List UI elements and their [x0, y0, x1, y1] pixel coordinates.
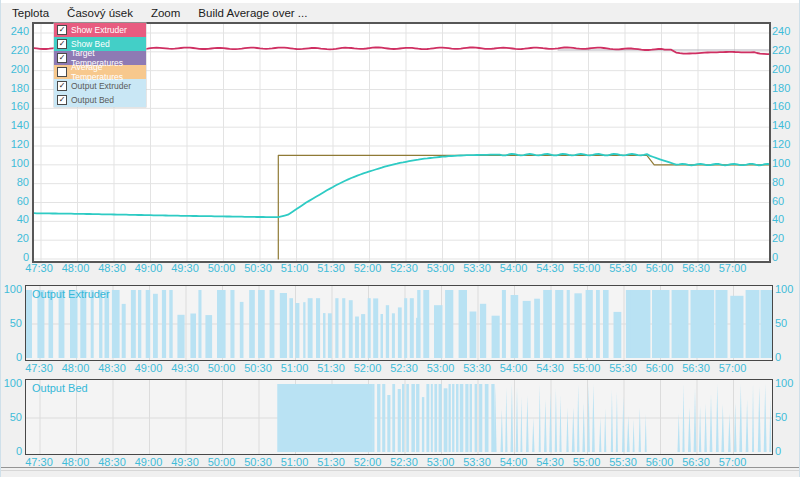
output-extruder-chart[interactable]: [25, 285, 773, 361]
x-axis-label: 52:00: [351, 362, 385, 374]
y-axis-label-right: 240: [772, 25, 800, 37]
x-axis-label: 55:00: [570, 262, 604, 274]
x-axis-label: 53:00: [424, 262, 458, 274]
x-axis-label: 53:30: [460, 456, 494, 468]
x-axis-label: 51:30: [314, 262, 348, 274]
y-axis-label-left: 240: [3, 25, 29, 37]
y-axis-label-right: 180: [772, 82, 800, 94]
temperature-curve-window: TeplotaČasový úsekZoomBuild Average over…: [0, 0, 800, 477]
x-axis-label: 48:30: [95, 262, 129, 274]
legend-item-output-bed[interactable]: ✓Output Bed: [54, 93, 146, 107]
x-axis-label: 48:00: [59, 362, 93, 374]
x-axis-label: 47:30: [22, 262, 56, 274]
x-axis-label: 49:00: [132, 362, 166, 374]
output-bed-title: Output Bed: [32, 382, 88, 394]
x-axis-label: 54:30: [533, 362, 567, 374]
legend-label: Output Extruder: [71, 81, 131, 91]
y-axis-label-right: 0: [775, 351, 799, 363]
x-axis-label: 48:00: [59, 262, 93, 274]
y-axis-label-right: 120: [772, 138, 800, 150]
x-axis-label: 51:00: [278, 362, 312, 374]
checkbox-output-bed[interactable]: ✓: [57, 95, 67, 105]
legend-label: Average Temperatures: [71, 62, 146, 82]
checkbox-show-extruder[interactable]: ✓: [57, 25, 67, 35]
x-axis-label: 50:30: [241, 456, 275, 468]
menu-bar: TeplotaČasový úsekZoomBuild Average over…: [3, 3, 316, 22]
y-axis-label-right: 100: [775, 377, 799, 389]
y-axis-label-left: 200: [3, 63, 29, 75]
menu-item-build-average-over[interactable]: Build Average over ...: [189, 5, 316, 21]
y-axis-label-right: 20: [772, 232, 800, 244]
x-axis-label: 55:00: [570, 456, 604, 468]
menu-item-zoom[interactable]: Zoom: [142, 5, 189, 21]
checkbox-average-temperatures[interactable]: [57, 67, 67, 77]
legend-item-show-extruder[interactable]: ✓Show Extruder: [54, 23, 146, 37]
x-axis-label: 47:30: [22, 362, 56, 374]
y-axis-label-right: 100: [772, 157, 800, 169]
x-axis-label: 55:00: [570, 362, 604, 374]
legend-item-average-temperatures[interactable]: Average Temperatures: [54, 65, 146, 79]
x-axis-label: 52:00: [351, 262, 385, 274]
output-extruder-canvas[interactable]: [26, 286, 772, 360]
x-axis-label: 56:30: [679, 262, 713, 274]
x-axis-label: 49:00: [132, 456, 166, 468]
x-axis-label: 57:00: [716, 362, 750, 374]
y-axis-label-right: 100: [775, 283, 799, 295]
x-axis-label: 56:00: [643, 456, 677, 468]
x-axis-label: 48:30: [95, 362, 129, 374]
y-axis-label-left: 140: [3, 119, 29, 131]
x-axis-label: 54:00: [497, 262, 531, 274]
x-axis-label: 51:30: [314, 456, 348, 468]
y-axis-label-right: 140: [772, 119, 800, 131]
output-bed-chart[interactable]: [25, 379, 773, 455]
output-bed-canvas[interactable]: [26, 380, 772, 454]
x-axis-label: 53:30: [460, 362, 494, 374]
y-axis-label-left: 0: [3, 351, 22, 363]
y-axis-label-left: 220: [3, 44, 29, 56]
x-axis-label: 55:30: [606, 362, 640, 374]
y-axis-label-left: 100: [3, 157, 29, 169]
menu-item-teplota[interactable]: Teplota: [3, 5, 58, 21]
x-axis-label: 55:30: [606, 456, 640, 468]
x-axis-label: 47:30: [22, 456, 56, 468]
legend-label: Show Extruder: [71, 25, 127, 35]
x-axis-label: 50:30: [241, 262, 275, 274]
y-axis-label-left: 50: [3, 411, 22, 423]
x-axis-label: 53:00: [424, 362, 458, 374]
output-extruder-title: Output Extruder: [32, 288, 110, 300]
x-axis-label: 52:30: [387, 456, 421, 468]
checkbox-output-extruder[interactable]: ✓: [57, 81, 67, 91]
y-axis-label-left: 0: [3, 445, 22, 457]
x-axis-label: 51:30: [314, 362, 348, 374]
x-axis-label: 54:00: [497, 362, 531, 374]
menu-item-asov-sek[interactable]: Časový úsek: [58, 5, 142, 21]
x-axis-label: 50:00: [205, 362, 239, 374]
x-axis-label: 55:30: [606, 262, 640, 274]
y-axis-label-left: 100: [3, 283, 22, 295]
y-axis-label-left: 80: [3, 176, 29, 188]
y-axis-label-left: 160: [3, 100, 29, 112]
x-axis-label: 50:30: [241, 362, 275, 374]
x-axis-label: 54:30: [533, 262, 567, 274]
x-axis-label: 52:00: [351, 456, 385, 468]
x-axis-label: 51:00: [278, 262, 312, 274]
x-axis-label: 56:00: [643, 362, 677, 374]
y-axis-label-left: 50: [3, 317, 22, 329]
y-axis-label-right: 80: [772, 176, 800, 188]
x-axis-label: 49:30: [168, 262, 202, 274]
y-axis-label-left: 180: [3, 82, 29, 94]
checkbox-target-temperatures[interactable]: ✓: [57, 53, 67, 63]
x-axis-label: 51:00: [278, 456, 312, 468]
y-axis-label-left: 100: [3, 377, 22, 389]
y-axis-label-right: 220: [772, 44, 800, 56]
x-axis-label: 53:30: [460, 262, 494, 274]
window-divider-light: [1, 470, 799, 471]
y-axis-label-right: 200: [772, 63, 800, 75]
x-axis-label: 48:00: [59, 456, 93, 468]
checkbox-show-bed[interactable]: ✓: [57, 39, 67, 49]
x-axis-label: 52:30: [387, 262, 421, 274]
y-axis-label-right: 0: [775, 445, 799, 457]
y-axis-label-right: 40: [772, 213, 800, 225]
y-axis-label-right: 50: [775, 411, 799, 423]
y-axis-label-left: 120: [3, 138, 29, 150]
